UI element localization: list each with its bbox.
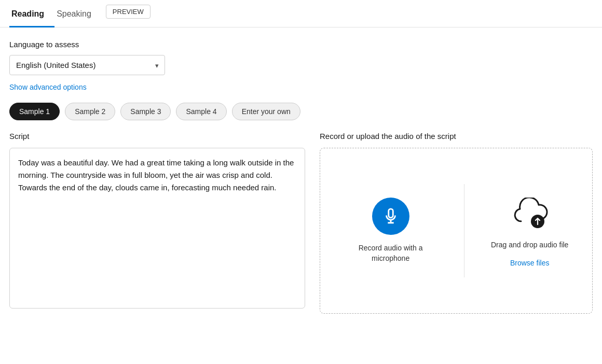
language-label: Language to assess bbox=[9, 40, 593, 49]
sample-pill-enter-own[interactable]: Enter your own bbox=[232, 103, 300, 120]
show-advanced-link[interactable]: Show advanced options bbox=[9, 83, 87, 91]
record-section: Record or upload the audio of the script… bbox=[320, 132, 593, 314]
samples-row: Sample 1 Sample 2 Sample 3 Sample 4 Ente… bbox=[9, 103, 593, 120]
tab-speaking[interactable]: Speaking bbox=[54, 0, 102, 27]
cloud-upload-icon bbox=[512, 198, 548, 229]
script-section: Script bbox=[9, 132, 305, 310]
record-box: Record audio with a microphone bbox=[320, 148, 593, 314]
record-title: Record or upload the audio of the script bbox=[320, 132, 593, 141]
record-mic-button[interactable] bbox=[372, 198, 409, 235]
language-select-wrapper: English (United States) English (United … bbox=[9, 55, 165, 75]
main-content: Language to assess English (United State… bbox=[0, 27, 602, 326]
sample-pill-3[interactable]: Sample 3 bbox=[120, 103, 171, 120]
record-upload-option: Drag and drop audio file Browse files bbox=[491, 194, 568, 267]
two-column-layout: Script Record or upload the audio of the… bbox=[9, 132, 593, 314]
sample-pill-2[interactable]: Sample 2 bbox=[65, 103, 115, 120]
upload-divider bbox=[464, 184, 464, 277]
browse-files-link[interactable]: Browse files bbox=[510, 259, 549, 267]
language-select[interactable]: English (United States) English (United … bbox=[9, 55, 165, 75]
sample-pill-4[interactable]: Sample 4 bbox=[176, 103, 226, 120]
record-mic-option: Record audio with a microphone bbox=[344, 198, 437, 263]
microphone-icon bbox=[382, 207, 400, 225]
record-upload-label: Drag and drop audio file bbox=[491, 240, 568, 250]
preview-button[interactable]: PREVIEW bbox=[106, 5, 150, 19]
script-textarea[interactable] bbox=[9, 148, 305, 309]
upload-icon-button[interactable] bbox=[511, 194, 549, 232]
record-mic-label: Record audio with a microphone bbox=[344, 243, 437, 263]
tab-bar: Reading Speaking PREVIEW bbox=[0, 0, 602, 27]
script-title: Script bbox=[9, 132, 305, 141]
sample-pill-1[interactable]: Sample 1 bbox=[9, 103, 60, 120]
tab-reading[interactable]: Reading bbox=[9, 0, 54, 27]
